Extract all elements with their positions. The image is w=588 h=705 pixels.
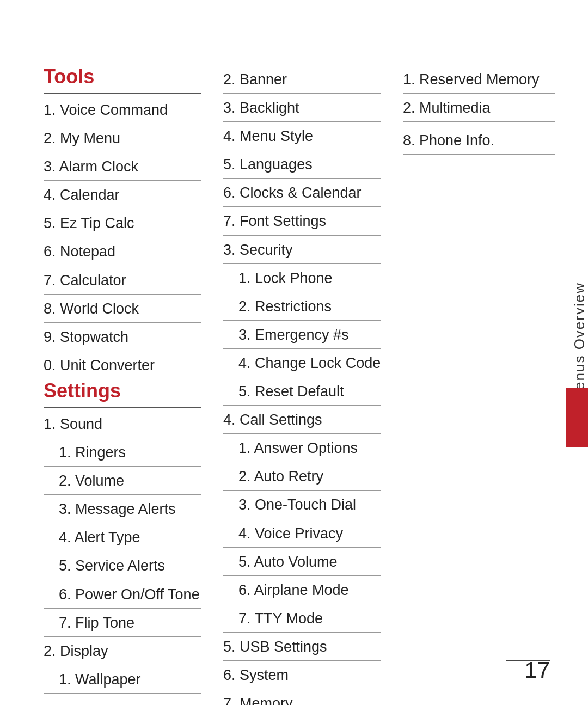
list-item: 7. TTY Mode [223, 604, 381, 633]
list-item: 3. Message Alerts [44, 495, 201, 523]
list-item: 5. Service Alerts [44, 551, 201, 580]
list-item: 2. Restrictions [223, 292, 381, 321]
list-item: 2. Volume [44, 467, 201, 495]
list-item: 3. Backlight [223, 94, 381, 122]
list-item: 1. Reserved Memory [403, 65, 555, 94]
list-item: 8. World Clock [44, 295, 201, 323]
list-item: 1. Answer Options [223, 434, 381, 462]
list-item: 1. Sound [44, 410, 201, 438]
settings-section: Settings 1. Sound1. Ringers2. Volume3. M… [44, 379, 201, 694]
red-tab [566, 388, 588, 447]
tools-list: 1. Voice Command2. My Menu3. Alarm Clock… [44, 96, 201, 379]
list-item: 5. Auto Volume [223, 548, 381, 576]
list-item: 1. Ringers [44, 438, 201, 467]
list-item: 2. Display [44, 637, 201, 665]
list-item: 1. Lock Phone [223, 264, 381, 292]
phone-info-item: 8. Phone Info. [403, 126, 555, 155]
security-section: 3. Security1. Lock Phone2. Restrictions3… [223, 236, 381, 406]
list-item: 5. Reset Default [223, 377, 381, 406]
settings-list: 1. Sound1. Ringers2. Volume3. Message Al… [44, 410, 201, 694]
list-item: 1. Wallpaper [44, 665, 201, 694]
middle-top-list: 2. Banner3. Backlight4. Menu Style5. Lan… [223, 65, 381, 236]
list-item: 7. Font Settings [223, 207, 381, 235]
call-settings-section: 4. Call Settings1. Answer Options2. Auto… [223, 406, 381, 633]
list-item: 3. One-Touch Dial [223, 491, 381, 519]
list-item: 6. Power On/Off Tone [44, 580, 201, 609]
list-item: 4. Voice Privacy [223, 519, 381, 548]
list-item: 3. Alarm Clock [44, 152, 201, 181]
list-item: 5. USB Settings [223, 633, 381, 661]
security-title: 3. Security [223, 236, 381, 264]
call-settings-title: 4. Call Settings [223, 406, 381, 434]
list-item: 1. Voice Command [44, 96, 201, 124]
list-item: 5. Languages [223, 150, 381, 179]
list-item: 2. Auto Retry [223, 462, 381, 491]
page-number: 17 [524, 657, 550, 683]
list-item: 4. Calendar [44, 181, 201, 209]
sidebar-label: Menus Overview [571, 282, 588, 403]
list-item: 2. Multimedia [403, 94, 555, 122]
list-item: 9. Stopwatch [44, 323, 201, 351]
list-item: 4. Menu Style [223, 122, 381, 150]
tools-title: Tools [44, 65, 201, 94]
middle-bottom-list: 5. USB Settings6. System7. Memory [223, 633, 381, 705]
list-item: 7. Memory [223, 689, 381, 705]
list-item: 7. Calculator [44, 266, 201, 295]
list-item: 6. Clocks & Calendar [223, 179, 381, 207]
settings-title: Settings [44, 379, 201, 408]
tools-section: Tools 1. Voice Command2. My Menu3. Alarm… [44, 65, 201, 379]
list-item: 4. Change Lock Code [223, 349, 381, 377]
list-item: 2. My Menu [44, 124, 201, 152]
list-item: 3. Emergency #s [223, 321, 381, 349]
list-item: 7. Flip Tone [44, 609, 201, 637]
list-item: 5. Ez Tip Calc [44, 209, 201, 237]
list-item: 0. Unit Converter [44, 351, 201, 379]
list-item: 2. Banner [223, 65, 381, 94]
list-item: 6. System [223, 661, 381, 689]
list-item: 4. Alert Type [44, 523, 201, 551]
right-list: 1. Reserved Memory2. Multimedia8. Phone … [403, 65, 555, 155]
list-item: 6. Airplane Mode [223, 576, 381, 604]
list-item: 6. Notepad [44, 237, 201, 266]
